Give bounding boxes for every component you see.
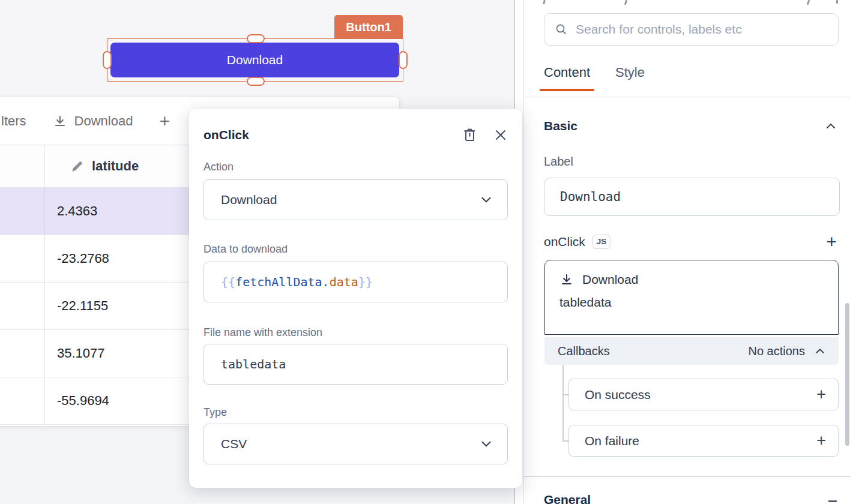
table-download-label: Download: [74, 113, 133, 129]
download-button-widget[interactable]: Download: [110, 43, 399, 77]
data-to-download-input[interactable]: {{fetchAllData.data}}: [203, 262, 508, 302]
code-property: data: [330, 275, 358, 289]
code-close-braces: }}: [358, 275, 373, 289]
chevron-up-icon: [813, 344, 827, 358]
label-input[interactable]: Download: [544, 178, 840, 216]
popup-title: onClick: [203, 128, 462, 142]
table-download-button[interactable]: Download: [53, 113, 133, 129]
resize-handle-left[interactable]: [103, 51, 112, 69]
on-failure-label: On failure: [585, 434, 816, 448]
action-select-value: Download: [221, 193, 478, 207]
table-column-latitude[interactable]: latitude: [45, 145, 139, 187]
type-select[interactable]: CSV: [203, 424, 508, 464]
cell-latitude: -22.1155: [45, 283, 108, 329]
type-field-label: Type: [203, 406, 508, 419]
chevron-up-icon: [824, 119, 838, 133]
table-filters-button[interactable]: lters: [1, 113, 26, 129]
callbacks-toggle[interactable]: Callbacks No actions: [544, 337, 839, 365]
basic-section-title: Basic: [544, 119, 577, 133]
onclick-property-row: onClick JS +: [544, 233, 837, 251]
chevron-down-icon: [478, 436, 494, 452]
onclick-property-label: onClick: [544, 235, 585, 249]
clipped-text-fragment: [807, 0, 810, 5]
code-reference: fetchAllData: [235, 275, 322, 289]
general-section-header[interactable]: General: [544, 491, 837, 504]
callbacks-label: Callbacks: [558, 344, 749, 358]
add-on-success-button[interactable]: +: [816, 386, 826, 403]
search-icon: [554, 22, 568, 37]
file-name-input[interactable]: tabledata: [203, 344, 508, 385]
panel-scrollbar-thumb[interactable]: [845, 303, 849, 446]
add-action-button[interactable]: +: [826, 233, 837, 251]
label-field-label: Label: [544, 155, 573, 169]
js-toggle-badge[interactable]: JS: [592, 235, 611, 249]
on-success-card[interactable]: On success +: [568, 379, 839, 410]
resize-handle-top[interactable]: [247, 34, 265, 43]
download-icon: [53, 114, 67, 128]
filters-label: lters: [1, 113, 26, 129]
action-select[interactable]: Download: [203, 179, 508, 220]
clipped-text-fragment: [836, 0, 838, 4]
cell-latitude: 35.1077: [45, 330, 105, 377]
file-name-label: File name with extension: [203, 326, 508, 339]
chevron-up-icon: [828, 500, 837, 502]
tab-content[interactable]: Content: [544, 65, 590, 91]
tabs-divider: [524, 97, 850, 97]
chevron-down-icon: [478, 192, 494, 208]
type-select-value: CSV: [221, 437, 478, 451]
table-add-column-button[interactable]: +: [159, 111, 170, 131]
delete-action-button[interactable]: [462, 127, 478, 143]
search-input[interactable]: [576, 22, 828, 37]
cell-latitude: 2.4363: [45, 188, 97, 235]
action-card-name: tabledata: [559, 295, 824, 310]
close-icon: [493, 128, 508, 142]
code-dot: .: [322, 275, 330, 289]
data-to-download-label: Data to download: [203, 243, 508, 256]
callbacks-status: No actions: [749, 344, 806, 358]
code-open-braces: {{: [221, 275, 235, 289]
download-icon: [559, 272, 574, 287]
close-popup-button[interactable]: [493, 128, 508, 142]
onclick-action-card[interactable]: Download tabledata: [544, 260, 839, 335]
file-name-value: tabledata: [221, 357, 286, 371]
app-builder: lters Download + latitude: [0, 0, 850, 504]
cell-latitude: -23.2768: [45, 235, 109, 282]
resize-handle-bottom[interactable]: [247, 77, 265, 86]
trash-icon: [462, 127, 478, 143]
action-field-label: Action: [203, 161, 508, 173]
tab-style[interactable]: Style: [615, 65, 645, 91]
clipped-text-fragment: [543, 0, 546, 4]
on-success-label: On success: [585, 388, 816, 402]
clipped-text-fragment: [624, 0, 627, 5]
add-on-failure-button[interactable]: +: [816, 433, 826, 449]
onclick-action-popup: onClick Action Download Da: [189, 109, 522, 488]
resize-handle-right[interactable]: [399, 51, 408, 69]
widget-name-tag[interactable]: Button1: [334, 15, 403, 39]
label-input-value: Download: [560, 190, 621, 204]
column-header-label: latitude: [92, 158, 139, 174]
property-search: [544, 13, 839, 46]
on-failure-card[interactable]: On failure +: [568, 425, 839, 457]
section-divider: [524, 476, 850, 477]
callback-tree-line: [562, 365, 564, 441]
general-section-title: General: [544, 491, 591, 504]
basic-section-header[interactable]: Basic: [544, 119, 838, 133]
pane-tabs: Content Style: [544, 65, 645, 91]
action-card-action: Download: [582, 272, 638, 287]
table-header-left-cell: [0, 145, 45, 187]
cell-latitude: -55.9694: [45, 377, 109, 424]
property-pane: Content Style Basic Label Download onCli…: [523, 0, 850, 504]
edit-pencil-icon: [70, 159, 85, 173]
